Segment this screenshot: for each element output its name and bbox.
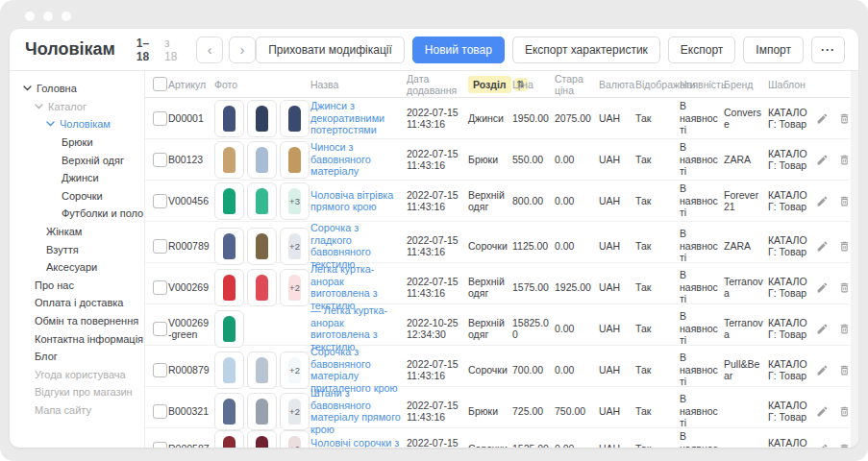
delete-button[interactable] bbox=[838, 323, 851, 335]
column-header-7[interactable]: Стара ціна bbox=[555, 73, 599, 96]
edit-button[interactable] bbox=[816, 154, 829, 166]
sidebar-item-11[interactable]: Аксесуари bbox=[10, 258, 144, 277]
row-checkbox[interactable] bbox=[153, 194, 167, 208]
more-photos-badge[interactable]: +2 bbox=[280, 352, 310, 389]
column-header-9[interactable]: Відображати bbox=[635, 79, 680, 90]
select-all-checkbox[interactable] bbox=[153, 77, 167, 91]
sidebar-item-6[interactable]: Джинси bbox=[10, 169, 144, 187]
product-name-link[interactable]: Чиноси з бавовняного матеріалу bbox=[310, 141, 407, 178]
sidebar-item-16[interactable]: Блог bbox=[10, 348, 144, 366]
row-checkbox[interactable] bbox=[153, 442, 167, 449]
sidebar-item-8[interactable]: Футболки и поло bbox=[10, 205, 144, 223]
product-name-link[interactable]: Джинси з декоративними потертостями bbox=[310, 100, 407, 136]
delete-button[interactable] bbox=[838, 154, 851, 166]
sidebar-item-2[interactable]: Каталог bbox=[10, 98, 144, 116]
more-photos-badge[interactable]: +2 bbox=[280, 393, 310, 430]
row-checkbox[interactable] bbox=[153, 404, 167, 419]
product-name-link[interactable]: Чоловічі сорочки з легкого текстилю bbox=[310, 437, 407, 449]
column-header-10[interactable]: Наявність bbox=[680, 79, 724, 90]
product-photo-thumbnail[interactable] bbox=[247, 228, 277, 265]
export-button[interactable]: Експорт bbox=[668, 36, 735, 63]
row-checkbox[interactable] bbox=[153, 153, 167, 167]
sidebar-item-13[interactable]: Оплата і доставка bbox=[10, 294, 144, 312]
delete-button[interactable] bbox=[838, 405, 851, 418]
delete-button[interactable] bbox=[838, 112, 851, 125]
sidebar-item-17[interactable]: Угода користувача bbox=[10, 366, 144, 384]
column-header-8[interactable]: Валюта bbox=[599, 79, 635, 90]
delete-button[interactable] bbox=[838, 195, 851, 207]
product-photo-thumbnail[interactable] bbox=[247, 269, 277, 306]
product-photo-thumbnail[interactable] bbox=[214, 141, 244, 179]
product-photo-thumbnail[interactable] bbox=[247, 393, 277, 430]
product-photo-thumbnail[interactable] bbox=[214, 430, 244, 449]
edit-button[interactable] bbox=[816, 364, 829, 376]
column-header-11[interactable]: Бренд bbox=[724, 79, 768, 90]
hide-modifications-button[interactable]: Приховати модифікації bbox=[256, 36, 405, 63]
delete-button[interactable] bbox=[838, 364, 851, 376]
delete-button[interactable] bbox=[838, 443, 851, 449]
export-characteristics-button[interactable]: Експорт характеристик bbox=[512, 36, 660, 63]
sidebar-item-12[interactable]: Про нас bbox=[10, 277, 144, 295]
column-header-6[interactable]: Ціна bbox=[512, 79, 555, 90]
product-photo-thumbnail[interactable] bbox=[214, 182, 244, 220]
product-photo-thumbnail[interactable] bbox=[214, 100, 244, 137]
row-checkbox[interactable] bbox=[153, 322, 167, 336]
product-photo-thumbnail[interactable] bbox=[247, 352, 277, 389]
edit-button[interactable] bbox=[816, 195, 829, 207]
edit-button[interactable] bbox=[816, 443, 829, 449]
import-button[interactable]: Імпорт bbox=[743, 36, 804, 63]
column-header-3[interactable]: Назва bbox=[310, 79, 407, 90]
sidebar-item-9[interactable]: Жінкам bbox=[10, 223, 144, 241]
product-photo-thumbnail[interactable] bbox=[214, 269, 244, 306]
product-name-link[interactable]: Чоловіча вітрівка прямого крою bbox=[310, 189, 407, 213]
more-photos-badge[interactable]: +2 bbox=[280, 430, 310, 449]
sidebar-item-5[interactable]: Верхній одяг bbox=[10, 151, 144, 169]
product-name-link[interactable]: Штани з бавовняного матеріалу прямого кр… bbox=[310, 387, 407, 435]
product-photo-thumbnail[interactable] bbox=[247, 182, 277, 220]
display-flag-cell: Так bbox=[635, 281, 680, 294]
sidebar-item-7[interactable]: Сорочки bbox=[10, 187, 144, 206]
sidebar-item-1[interactable]: Головна bbox=[10, 80, 144, 98]
column-header-2[interactable]: Фото bbox=[214, 79, 310, 90]
edit-button[interactable] bbox=[816, 405, 829, 418]
more-actions-button[interactable]: ··· bbox=[811, 36, 845, 63]
product-photo-thumbnail[interactable] bbox=[247, 430, 277, 449]
product-photo-thumbnail[interactable] bbox=[214, 352, 244, 389]
product-photo-thumbnail[interactable] bbox=[247, 100, 277, 137]
product-photo-thumbnail[interactable] bbox=[247, 141, 277, 179]
column-header-1[interactable]: Артикул bbox=[168, 79, 214, 90]
column-header-12[interactable]: Шаблон bbox=[768, 79, 816, 90]
sidebar-item-19[interactable]: Мапа сайту bbox=[10, 401, 144, 420]
more-photos-badge[interactable]: +2 bbox=[280, 228, 310, 265]
edit-button[interactable] bbox=[816, 112, 829, 125]
more-photos-badge[interactable]: +3 bbox=[280, 182, 310, 220]
row-checkbox[interactable] bbox=[153, 239, 167, 254]
row-checkbox[interactable] bbox=[153, 111, 167, 126]
next-page-button[interactable]: › bbox=[229, 36, 256, 63]
row-checkbox[interactable] bbox=[153, 363, 167, 377]
delete-button[interactable] bbox=[838, 281, 851, 294]
sidebar-item-18[interactable]: Відгуки про магазин bbox=[10, 383, 144, 401]
product-photo-thumbnail[interactable] bbox=[280, 100, 310, 137]
column-header-5[interactable]: Розділ⇅ bbox=[468, 76, 512, 93]
row-checkbox[interactable] bbox=[153, 280, 167, 295]
column-header-4[interactable]: Дата додавання bbox=[407, 73, 468, 96]
vertical-scrollbar[interactable] bbox=[851, 71, 858, 448]
chevron-right-icon: › bbox=[240, 43, 245, 57]
edit-button[interactable] bbox=[816, 323, 829, 335]
product-photo-thumbnail[interactable] bbox=[280, 141, 310, 179]
more-photos-badge[interactable]: +2 bbox=[280, 269, 310, 306]
product-photo-thumbnail[interactable] bbox=[214, 310, 244, 348]
sidebar-item-10[interactable]: Взуття bbox=[10, 240, 144, 258]
sidebar-item-3[interactable]: Чоловікам bbox=[10, 115, 144, 133]
edit-button[interactable] bbox=[816, 281, 829, 294]
sidebar-item-15[interactable]: Контактна інформація bbox=[10, 329, 144, 348]
delete-button[interactable] bbox=[838, 240, 851, 253]
sidebar-item-4[interactable]: Брюки bbox=[10, 133, 144, 152]
edit-button[interactable] bbox=[816, 240, 829, 253]
new-product-button[interactable]: Новий товар bbox=[412, 36, 505, 63]
product-photo-thumbnail[interactable] bbox=[214, 393, 244, 430]
sidebar-item-14[interactable]: Обмін та повернення bbox=[10, 312, 144, 330]
product-photo-thumbnail[interactable] bbox=[214, 228, 244, 265]
prev-page-button[interactable]: ‹ bbox=[196, 36, 223, 63]
